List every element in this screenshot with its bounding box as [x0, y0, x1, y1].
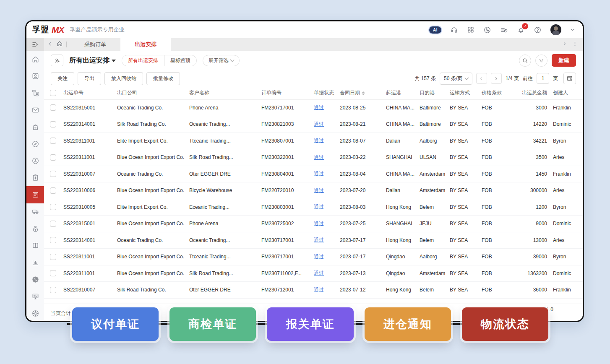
- sidebar-item-ledger-book[interactable]: [26, 237, 44, 254]
- search-icon[interactable]: [519, 55, 531, 67]
- table-row[interactable]: SS220314001Silk Road Trading Co.Oceanic …: [44, 116, 583, 133]
- pill-all-shipments[interactable]: 所有出运安排: [122, 55, 164, 66]
- home-tab-icon[interactable]: [56, 40, 63, 49]
- cell-export_company: Blue Ocean Import Export Co.: [115, 265, 188, 282]
- status-link[interactable]: 通过: [314, 204, 324, 210]
- table-row[interactable]: SS220310007Silk Road Trading Co.Oter EGG…: [44, 282, 583, 299]
- row-checkbox[interactable]: [50, 104, 56, 111]
- flow-button-议付单证[interactable]: 议付单证: [72, 307, 159, 341]
- follow-button[interactable]: 关注: [51, 72, 74, 85]
- column-header: 出口公司: [115, 87, 188, 99]
- row-checkbox[interactable]: [50, 204, 56, 210]
- column-header[interactable]: 合同日期: [338, 87, 384, 99]
- column-settings-icon[interactable]: [563, 73, 576, 84]
- chevron-down-icon[interactable]: [570, 27, 575, 32]
- page-size-select[interactable]: 50 条/页: [440, 73, 472, 85]
- sidebar-item-shipping-doc[interactable]: [26, 186, 44, 203]
- table-row[interactable]: SS220311001Blue Ocean Import Export Co.S…: [44, 149, 583, 166]
- sidebar-item-org-chart[interactable]: [26, 85, 44, 101]
- status-link[interactable]: 通过: [314, 121, 324, 127]
- row-checkbox[interactable]: [50, 287, 56, 293]
- sidebar-item-quote-clipboard[interactable]: [26, 169, 44, 186]
- help-icon[interactable]: [534, 26, 542, 34]
- sidebar-item-audit-a[interactable]: [26, 152, 44, 169]
- pill-starred-top[interactable]: 星标置顶: [164, 55, 196, 66]
- status-link[interactable]: 通过: [314, 254, 324, 260]
- goto-page-input[interactable]: [537, 73, 549, 84]
- row-checkbox[interactable]: [50, 187, 56, 194]
- status-link[interactable]: 通过: [314, 237, 324, 243]
- new-button[interactable]: 新建: [552, 54, 576, 67]
- status-link[interactable]: 通过: [314, 138, 324, 143]
- headset-support-icon[interactable]: [450, 26, 458, 34]
- brand-logo-text: 孚盟: [32, 24, 49, 35]
- ai-assistant-icon[interactable]: AI: [429, 26, 441, 34]
- status-link[interactable]: 通过: [314, 187, 324, 193]
- row-checkbox[interactable]: [50, 221, 56, 227]
- funnel-filter-icon[interactable]: [535, 55, 547, 67]
- row-checkbox[interactable]: [50, 138, 56, 144]
- flow-button-物流状态[interactable]: 物流状态: [462, 307, 548, 341]
- expand-filter-button[interactable]: 展开筛选: [203, 55, 240, 66]
- row-checkbox[interactable]: [50, 237, 56, 243]
- user-avatar[interactable]: [550, 24, 561, 35]
- status-link[interactable]: 通过: [314, 287, 324, 293]
- history-list-icon[interactable]: [500, 26, 508, 34]
- view-title-dropdown[interactable]: 所有出运安排: [69, 56, 116, 65]
- table-row[interactable]: SS220310005Elite Import Export Co.Eceani…: [44, 199, 583, 216]
- table-row[interactable]: SS220315001Blue Ocean Import Export Co.P…: [44, 216, 583, 232]
- batch-edit-button[interactable]: 批量修改: [146, 72, 180, 85]
- sidebar-item-whatsapp[interactable]: [26, 271, 44, 288]
- user-filter-icon[interactable]: [51, 55, 63, 66]
- forward-chevron-icon[interactable]: [562, 41, 567, 48]
- table-row[interactable]: SS220311001Elite Import Export Co.Ttcean…: [44, 133, 583, 149]
- table-row[interactable]: SS220311001Blue Ocean Import Export Co.T…: [44, 249, 583, 265]
- status-link[interactable]: 通过: [314, 104, 324, 110]
- sidebar-item-compass[interactable]: [26, 135, 44, 152]
- select-all-checkbox[interactable]: [50, 90, 56, 96]
- sort-icon[interactable]: [362, 91, 365, 95]
- flow-button-商检单证[interactable]: 商检单证: [169, 307, 256, 341]
- sidebar-item-mail[interactable]: [26, 101, 44, 118]
- kebab-menu-icon[interactable]: [572, 41, 578, 48]
- sidebar-item-contacts[interactable]: [26, 68, 44, 84]
- table-row[interactable]: SS220315001Oceanic Trading Co.Phone Aren…: [44, 99, 583, 116]
- table-row[interactable]: SS220311001Blue Ocean Import Export Co.S…: [44, 265, 583, 282]
- cell-export_company: Blue Ocean Import Export Co.: [115, 182, 188, 199]
- tab-bar: 采购订单 出运安排: [26, 38, 583, 51]
- prev-page-button[interactable]: [476, 73, 487, 84]
- apps-grid-icon[interactable]: [467, 26, 474, 34]
- sidebar-item-logistics-truck[interactable]: [26, 203, 44, 220]
- table-row[interactable]: SS220310006Blue Ocean Import Export Co.B…: [44, 182, 583, 199]
- status-link[interactable]: 通过: [314, 221, 324, 226]
- whatsapp-icon[interactable]: [483, 26, 491, 34]
- status-link[interactable]: 通过: [314, 154, 324, 160]
- next-page-button[interactable]: [491, 73, 502, 84]
- row-checkbox[interactable]: [50, 121, 56, 127]
- sidebar-item-home[interactable]: [26, 51, 44, 68]
- tab-purchase-orders[interactable]: 采购订单: [70, 38, 120, 51]
- sidebar-item-workbench-monitor[interactable]: [26, 288, 44, 304]
- status-link[interactable]: 通过: [314, 270, 324, 276]
- cell-ship_no: SS220311001: [62, 265, 115, 282]
- row-checkbox[interactable]: [50, 254, 56, 260]
- table-row[interactable]: SS220310007Oceanic Trading Co.Oter EGGER…: [44, 166, 583, 182]
- sidebar-item-settings-gear[interactable]: [26, 305, 44, 322]
- row-checkbox[interactable]: [50, 154, 56, 161]
- row-checkbox[interactable]: [50, 171, 56, 177]
- table-row[interactable]: SS220314001Oceanic Trading Co.Oceanic Tr…: [44, 232, 583, 249]
- sidebar-item-finance-money[interactable]: [26, 220, 44, 237]
- sidebar-item-orders-bag[interactable]: [26, 119, 44, 135]
- sidebar-item-report-chart[interactable]: [26, 254, 44, 271]
- tab-shipping-arrangement[interactable]: 出运安排: [120, 38, 171, 51]
- flow-button-报关单证[interactable]: 报关单证: [267, 307, 353, 341]
- row-checkbox[interactable]: [50, 270, 56, 276]
- sidebar-collapse-icon[interactable]: [26, 38, 44, 51]
- export-button[interactable]: 导出: [78, 72, 101, 85]
- cell-ship_no: SS220310007: [62, 166, 115, 182]
- notifications-bell-icon[interactable]: 7: [517, 26, 525, 34]
- flow-button-进仓通知[interactable]: 进仓通知: [365, 307, 451, 341]
- status-link[interactable]: 通过: [314, 171, 324, 177]
- recycle-bin-button[interactable]: 放入回收站: [104, 72, 143, 85]
- back-chevron-icon[interactable]: [47, 41, 53, 48]
